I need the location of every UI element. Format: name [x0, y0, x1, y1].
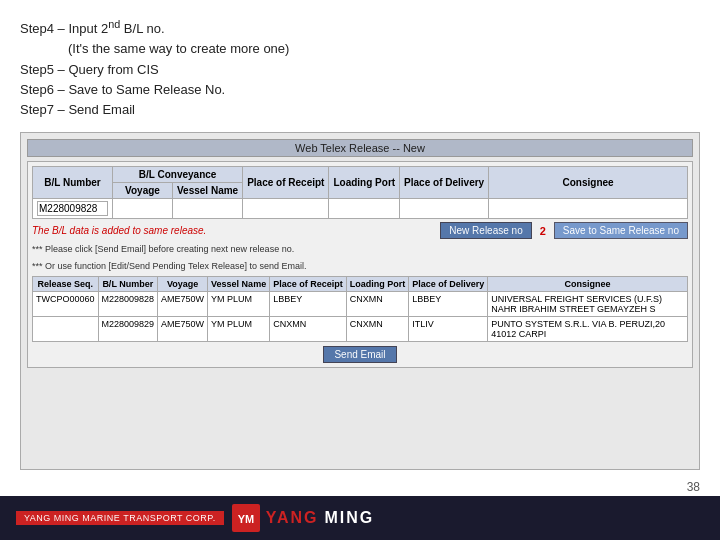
step4-super: nd	[108, 18, 120, 30]
step5-line: Step5 – Query from CIS	[20, 62, 159, 77]
step7-line: Step7 – Send Email	[20, 102, 135, 117]
col-delivery-2: Place of Delivery	[409, 277, 488, 292]
step4-line: Step4 – Input 2nd B/L no.	[20, 21, 165, 36]
company-banner: YANG MING MARINE TRANSPORT CORP.	[16, 511, 224, 525]
vessel_name-cell: YM PLUM	[208, 292, 270, 317]
voyage-cell: AME750W	[158, 292, 208, 317]
form-title: Web Telex Release -- New	[295, 142, 425, 154]
vessel_name-cell: YM PLUM	[208, 317, 270, 342]
bl-number-input[interactable]	[37, 201, 108, 216]
notice-row: The B/L data is added to same release. N…	[32, 222, 688, 239]
loading-cell	[329, 199, 400, 219]
col-bl-conveyance: B/L Conveyance	[113, 167, 243, 183]
col-loading-2: Loading Port	[346, 277, 409, 292]
col-release-seq: Release Seq.	[33, 277, 99, 292]
step6-line: Step6 – Save to Same Release No.	[20, 82, 225, 97]
bl_number-cell: M228009828	[98, 292, 158, 317]
col-place-delivery: Place of Delivery	[400, 167, 489, 199]
col-voyage: Voyage	[113, 183, 173, 199]
save-same-release-button[interactable]: Save to Same Release no	[554, 222, 688, 239]
loading_port-cell: CNXMN	[346, 292, 409, 317]
delivery-cell	[400, 199, 489, 219]
bl_number-cell: M228009829	[98, 317, 158, 342]
table-row: TWCPO00060M228009828AME750WYM PLUMLBBEYC…	[33, 292, 688, 317]
svg-text:YM: YM	[237, 513, 254, 525]
step4-sub: (It's the same way to create more one)	[20, 39, 700, 59]
consignee-cell	[489, 199, 688, 219]
col-consignee-2: Consignee	[488, 277, 688, 292]
consignee-cell: UNIVERSAL FREIGHT SERVICES (U.F.S) NAHR …	[488, 292, 688, 317]
bottom-table: Release Seq. B/L Number Voyage Vessel Na…	[32, 276, 688, 342]
steps-section: Step4 – Input 2nd B/L no. (It's the same…	[20, 16, 700, 120]
info-text-2: *** Or use function [Edit/Send Pending T…	[32, 260, 688, 273]
page-number: 38	[0, 480, 720, 496]
new-release-button[interactable]: New Release no	[440, 222, 531, 239]
footer-logo: YM YANG MING	[232, 504, 375, 532]
form-title-bar: Web Telex Release -- New	[27, 139, 693, 157]
logo-svg: YM	[235, 507, 257, 529]
col-consignee: Consignee	[489, 167, 688, 199]
form-inner: B/L Number B/L Conveyance Place of Recei…	[27, 161, 693, 368]
col-bl-number-2: B/L Number	[98, 277, 158, 292]
loading_port-cell: CNXMN	[346, 317, 409, 342]
yang-ming-icon: YM	[232, 504, 260, 532]
voyage-cell	[113, 199, 173, 219]
send-email-button[interactable]: Send Email	[323, 346, 396, 363]
notice-text: The B/L data is added to same release.	[32, 225, 436, 236]
col-loading-port: Loading Port	[329, 167, 400, 199]
place_of_delivery-cell: LBBEY	[409, 292, 488, 317]
col-place-receipt: Place of Receipt	[243, 167, 329, 199]
vessel-cell	[173, 199, 243, 219]
step4-rest: B/L no.	[120, 21, 164, 36]
step4-main: Step4 – Input 2	[20, 21, 108, 36]
yang-text: YANG	[266, 509, 319, 527]
col-vessel-name: Vessel Name	[173, 183, 243, 199]
release_seq-cell	[33, 317, 99, 342]
number-badge: 2	[536, 225, 550, 237]
footer: YANG MING MARINE TRANSPORT CORP. YM YANG…	[0, 496, 720, 540]
consignee-cell: PUNTO SYSTEM S.R.L. VIA B. PERUZI,20 410…	[488, 317, 688, 342]
place_of_receipt-cell: CNXMN	[270, 317, 347, 342]
ming-text: MING	[324, 509, 374, 527]
receipt-cell	[243, 199, 329, 219]
col-voyage-2: Voyage	[158, 277, 208, 292]
release_seq-cell: TWCPO00060	[33, 292, 99, 317]
place_of_delivery-cell: ITLIV	[409, 317, 488, 342]
col-bl-number: B/L Number	[33, 167, 113, 199]
table-row: M228009829AME750WYM PLUMCNXMNCNXMNITLIVP…	[33, 317, 688, 342]
place_of_receipt-cell: LBBEY	[270, 292, 347, 317]
voyage-cell: AME750W	[158, 317, 208, 342]
col-receipt-2: Place of Receipt	[270, 277, 347, 292]
info-text-1: *** Please click [Send Email] before cre…	[32, 243, 688, 256]
col-vessel-2: Vessel Name	[208, 277, 270, 292]
input-bl-cell	[33, 199, 113, 219]
web-form-container: Web Telex Release -- New B/L Number B/L …	[20, 132, 700, 470]
top-table: B/L Number B/L Conveyance Place of Recei…	[32, 166, 688, 219]
